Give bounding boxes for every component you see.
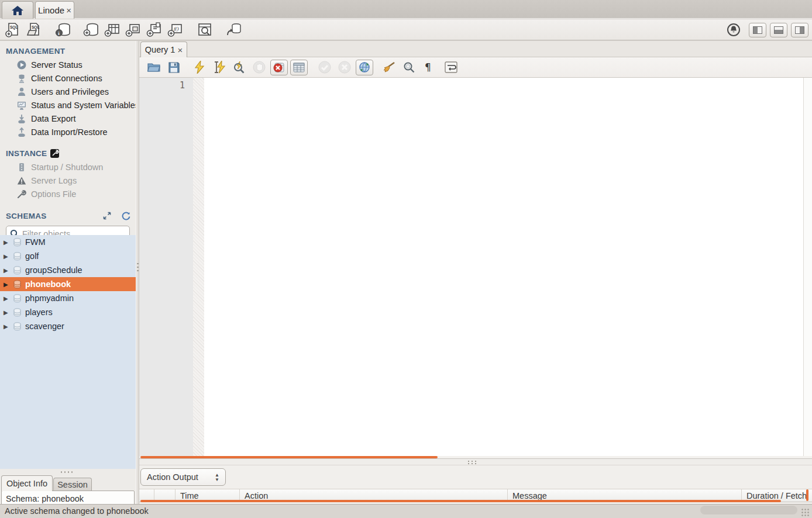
sql-editor-pane: Query 1 × (139, 41, 812, 504)
schema-row-phpmyadmin[interactable]: ▶ phpmyadmin (0, 291, 136, 305)
sidebar-item-users-privileges[interactable]: Users and Privileges (0, 85, 136, 98)
home-icon (11, 5, 24, 16)
explain-icon[interactable] (229, 59, 249, 75)
tab-object-info[interactable]: Object Info (1, 475, 53, 491)
show-invisibles-icon[interactable]: ¶ (419, 59, 439, 75)
output-selector[interactable]: Action Output ▲▼ (140, 468, 226, 486)
play-circle-icon (16, 60, 26, 70)
line-number: 1 (180, 80, 185, 91)
database-icon (13, 252, 22, 261)
sidebar-item-startup-shutdown[interactable]: Startup / Shutdown (0, 160, 136, 174)
info-tab-bar: Object Info Session (0, 475, 136, 491)
expander-icon[interactable]: ▶ (4, 253, 9, 260)
bottom-panel-icon (774, 26, 783, 34)
schema-tree: ▶ FWM ▶ golf ▶ groupSchedule ▶ p (0, 235, 136, 469)
sidebar-item-options-file[interactable]: Options File (0, 187, 136, 201)
sidebar-item-client-connections[interactable]: Client Connections (0, 71, 136, 85)
status-bar: Active schema changed to phonebook (0, 504, 812, 518)
tab-session[interactable]: Session (53, 478, 92, 491)
reconnect-dbms-icon[interactable] (223, 21, 245, 39)
close-icon[interactable]: × (177, 46, 183, 54)
svg-text:SQL: SQL (10, 25, 18, 30)
navigator-sidebar: MANAGEMENT Server Status Client Connecti… (0, 41, 136, 504)
save-icon[interactable] (164, 59, 184, 75)
code-folding-strip (193, 78, 204, 456)
schema-row-scavenger[interactable]: ▶ scavenger (0, 319, 136, 333)
expand-panel-icon[interactable] (102, 211, 112, 220)
window-resize-grip[interactable] (801, 508, 810, 516)
execute-icon[interactable] (190, 59, 209, 75)
monitor-icon (16, 100, 26, 110)
toggle-wrap-icon[interactable] (441, 59, 461, 75)
toggle-autocommit-button[interactable] (356, 60, 373, 75)
toggle-bottom-panel-button[interactable] (770, 23, 787, 37)
output-vertical-scrollbar[interactable] (806, 489, 808, 501)
import-icon (16, 127, 26, 137)
sql-editor-toolbar: ¶ (139, 57, 812, 78)
create-table-icon[interactable] (102, 21, 123, 39)
warning-triangle-icon (16, 175, 26, 185)
instance-section-header: INSTANCE (0, 139, 136, 160)
sidebar-item-data-export[interactable]: Data Export (0, 112, 136, 125)
code-text-area[interactable] (204, 78, 804, 456)
toggle-left-panel-button[interactable] (749, 23, 766, 37)
create-procedure-icon[interactable] (144, 21, 165, 39)
schema-row-golf[interactable]: ▶ golf (0, 249, 136, 263)
connections-icon (16, 73, 26, 83)
limit-rows-button[interactable] (290, 60, 308, 75)
mysql-workbench-window: Linode × SQL SQL i f() (0, 0, 812, 518)
sidebar-item-status-system-variables[interactable]: Status and System Variables (0, 98, 136, 112)
create-function-icon[interactable]: f() (165, 21, 186, 39)
find-icon[interactable] (399, 59, 419, 75)
connection-tab-linode[interactable]: Linode × (35, 1, 74, 19)
toggle-right-panel-button[interactable] (791, 23, 808, 37)
sidebar-item-data-import-restore[interactable]: Data Import/Restore (0, 125, 136, 139)
rollback-icon (335, 59, 355, 75)
tab-query-1[interactable]: Query 1 × (140, 42, 187, 57)
expander-icon[interactable]: ▶ (4, 239, 9, 246)
wrench-icon (16, 189, 26, 199)
create-view-icon[interactable] (123, 21, 144, 39)
line-number-gutter: 1 (139, 78, 193, 456)
expander-icon[interactable]: ▶ (4, 295, 9, 302)
database-icon (13, 238, 22, 247)
search-table-data-icon[interactable] (194, 21, 215, 39)
window-tab-strip: Linode × (0, 0, 812, 19)
beautify-icon[interactable] (379, 59, 399, 75)
sql-code-editor[interactable]: 1 (139, 78, 812, 456)
server-icon (16, 162, 26, 172)
stop-icon (249, 59, 269, 75)
schema-row-fwm[interactable]: ▶ FWM (0, 235, 136, 249)
expander-icon[interactable]: ▶ (4, 309, 9, 316)
open-script-icon[interactable] (144, 59, 164, 75)
expander-icon[interactable]: ▶ (4, 323, 9, 330)
home-tab[interactable] (2, 1, 33, 19)
create-schema-icon[interactable] (81, 21, 102, 39)
execute-current-icon[interactable] (209, 59, 229, 75)
expander-icon[interactable]: ▶ (4, 281, 9, 288)
connection-tab-label: Linode (38, 5, 64, 15)
schema-inspector-icon[interactable]: i (53, 21, 74, 39)
output-panel-splitter[interactable] (139, 458, 812, 465)
svg-text:SQL: SQL (32, 25, 39, 30)
query-tab-bar: Query 1 × (139, 41, 812, 57)
schema-row-phonebook[interactable]: ▶ phonebook (0, 277, 136, 291)
commit-icon (315, 59, 335, 75)
toggle-stop-on-error-button[interactable] (270, 60, 288, 75)
sidebar-item-server-logs[interactable]: Server Logs (0, 174, 136, 187)
status-scrollbar-thumb[interactable] (700, 506, 797, 514)
notifications-icon[interactable] (727, 23, 741, 37)
close-icon[interactable]: × (66, 6, 71, 15)
open-sql-script-icon[interactable]: SQL (23, 21, 44, 39)
sidebar-item-server-status[interactable]: Server Status (0, 58, 136, 71)
refresh-icon[interactable] (121, 211, 131, 220)
output-horizontal-scrollbar[interactable] (140, 500, 781, 502)
schema-row-players[interactable]: ▶ players (0, 305, 136, 319)
new-sql-tab-icon[interactable]: SQL (2, 21, 23, 39)
wrench-badge-icon (50, 149, 59, 158)
expander-icon[interactable]: ▶ (4, 267, 9, 274)
left-panel-icon (753, 26, 762, 34)
user-icon (16, 87, 26, 96)
schema-row-groupschedule[interactable]: ▶ groupSchedule (0, 263, 136, 277)
combo-spinner-icon: ▲▼ (215, 473, 219, 482)
